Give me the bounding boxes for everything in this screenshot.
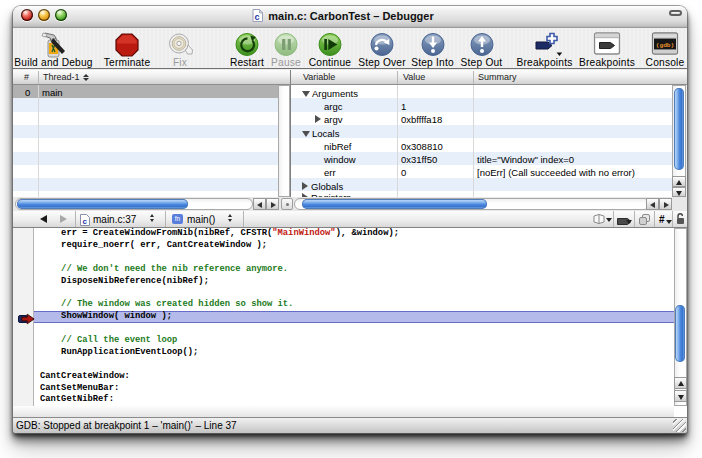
svg-text:c: c — [255, 12, 260, 22]
svg-text:c: c — [82, 216, 87, 225]
svg-text:(gdb): (gdb) — [656, 42, 675, 49]
